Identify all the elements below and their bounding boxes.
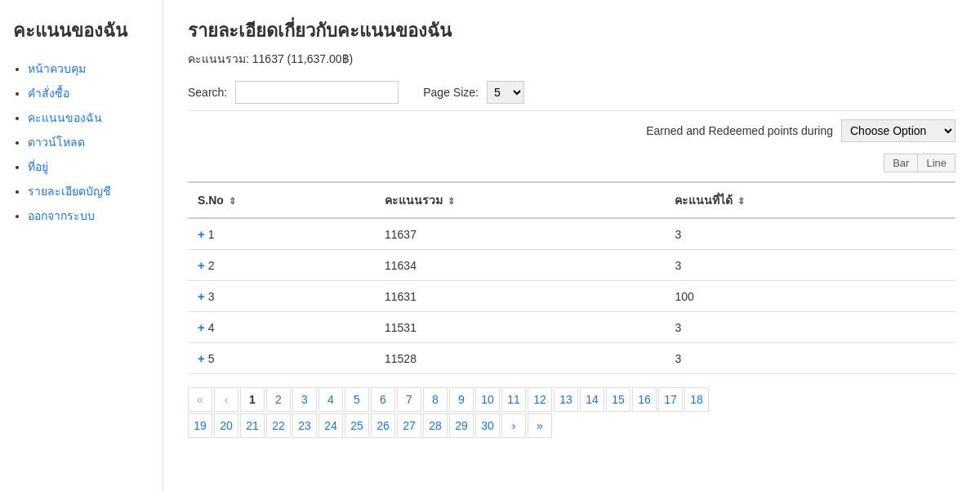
chart-area: Bar Line — [188, 149, 956, 181]
sidebar-item-home[interactable]: หน้าควบคุม — [28, 62, 86, 75]
page-btn-16[interactable]: 16 — [632, 387, 657, 412]
filter-label: Earned and Redeemed points during — [646, 124, 833, 137]
table-row: +4115313 — [188, 312, 956, 343]
cell-points-earned: 3 — [665, 250, 956, 281]
page-btn-24[interactable]: 24 — [318, 413, 343, 438]
search-input[interactable] — [235, 81, 399, 104]
page-btn-: « — [188, 387, 212, 412]
page-btn-: ‹ — [214, 387, 238, 412]
page-btn-9[interactable]: 9 — [449, 387, 474, 412]
cell-sno: +4 — [188, 312, 375, 343]
page-title: รายละเอียดเกี่ยวกับคะแนนของฉัน — [188, 16, 956, 45]
sidebar-item-points[interactable]: คะแนนของฉัน — [28, 111, 102, 124]
sort-icon: ⇕ — [448, 196, 455, 206]
page-btn-14[interactable]: 14 — [580, 387, 604, 412]
table-row: +1116373 — [188, 218, 956, 250]
page-btn-11[interactable]: 11 — [501, 387, 526, 412]
page-btn-7[interactable]: 7 — [397, 387, 421, 412]
page-btn-1[interactable]: 1 — [240, 387, 265, 412]
page-btn-17[interactable]: 17 — [658, 387, 683, 412]
page-btn-21[interactable]: 21 — [240, 413, 265, 438]
page-btn-[interactable]: › — [501, 413, 526, 438]
page-btn-20[interactable]: 20 — [214, 413, 238, 438]
row-num: 2 — [208, 259, 215, 272]
sidebar-title: คะแนนของฉัน — [13, 16, 149, 45]
sidebar-item-orders[interactable]: คำสั่งซื้อ — [28, 87, 69, 100]
expand-icon[interactable]: + — [198, 320, 205, 334]
cell-sno: +3 — [188, 281, 375, 312]
row-num: 4 — [208, 321, 215, 334]
page-btn-30[interactable]: 30 — [475, 413, 500, 438]
page-btn-[interactable]: » — [528, 413, 552, 438]
chart-line-button[interactable]: Line — [917, 154, 956, 172]
page-btn-22[interactable]: 22 — [266, 413, 291, 438]
page-btn-6[interactable]: 6 — [371, 387, 395, 412]
row-num: 3 — [208, 290, 215, 303]
cell-sno: +2 — [188, 250, 375, 281]
expand-icon[interactable]: + — [198, 351, 205, 365]
col-points_earned[interactable]: คะแนนที่ได้ ⇕ — [665, 182, 956, 218]
sidebar-item-account[interactable]: รายละเอียดบัญชี — [28, 185, 111, 198]
page-btn-23[interactable]: 23 — [292, 413, 317, 438]
page-btn-2[interactable]: 2 — [266, 387, 291, 412]
page-size-label: Page Size: — [423, 86, 479, 99]
sidebar-item-address[interactable]: ที่อยู่ — [28, 160, 48, 173]
table-row: +5115283 — [188, 343, 956, 374]
page-btn-13[interactable]: 13 — [554, 387, 578, 412]
cell-sno: +1 — [188, 218, 375, 250]
main-content: รายละเอียดเกี่ยวกับคะแนนของฉัน คะแนนรวม:… — [163, 0, 980, 491]
page-btn-15[interactable]: 15 — [606, 387, 630, 412]
filter-row: Earned and Redeemed points during Choose… — [188, 110, 956, 145]
sort-icon: ⇕ — [737, 196, 745, 206]
chart-bar-button[interactable]: Bar — [884, 154, 917, 172]
page-btn-25[interactable]: 25 — [345, 413, 369, 438]
points-summary-label: คะแนนรวม: — [188, 52, 249, 65]
controls-row: Search: Page Size: 5102550 — [188, 81, 956, 104]
page-btn-3[interactable]: 3 — [292, 387, 317, 412]
points-summary: คะแนนรวม: 11637 (11,637.00฿) — [188, 50, 956, 68]
page-btn-10[interactable]: 10 — [475, 387, 500, 412]
chart-btn-group: Bar Line — [884, 154, 956, 172]
cell-points-earned: 3 — [665, 218, 956, 250]
page-btn-19[interactable]: 19 — [188, 413, 212, 438]
sidebar-nav: หน้าควบคุมคำสั่งซื้อคะแนนของฉันดาวน์โหลด… — [13, 60, 149, 225]
filter-select[interactable]: Choose OptionThis WeekThis MonthThis Yea… — [841, 119, 956, 142]
cell-sno: +5 — [188, 343, 375, 374]
sidebar: คะแนนของฉัน หน้าควบคุมคำสั่งซื้อคะแนนของ… — [0, 0, 163, 491]
table-row: +2116343 — [188, 250, 956, 281]
pagination: «‹12345678910111213141516171819202122232… — [188, 387, 956, 438]
cell-points-earned: 3 — [665, 343, 956, 374]
cell-total-points: 11637 — [375, 218, 666, 250]
expand-icon[interactable]: + — [198, 289, 205, 303]
expand-icon[interactable]: + — [198, 227, 205, 241]
cell-total-points: 11528 — [375, 343, 666, 374]
page-btn-8[interactable]: 8 — [423, 387, 448, 412]
page-btn-4[interactable]: 4 — [318, 387, 343, 412]
page-btn-5[interactable]: 5 — [345, 387, 369, 412]
row-num: 1 — [208, 228, 215, 241]
page-btn-12[interactable]: 12 — [528, 387, 552, 412]
sort-icon: ⇕ — [229, 196, 236, 206]
sidebar-item-logout[interactable]: ออกจากระบบ — [28, 209, 95, 222]
col-sno[interactable]: S.No ⇕ — [188, 182, 375, 218]
page-btn-28[interactable]: 28 — [423, 413, 448, 438]
page-btn-29[interactable]: 29 — [449, 413, 474, 438]
row-num: 5 — [208, 352, 215, 365]
cell-total-points: 11531 — [375, 312, 666, 343]
cell-points-earned: 100 — [665, 281, 956, 312]
col-total_points[interactable]: คะแนนรวม ⇕ — [375, 182, 666, 218]
expand-icon[interactable]: + — [198, 258, 205, 272]
table-row: +311631100 — [188, 281, 956, 312]
page-btn-26[interactable]: 26 — [371, 413, 395, 438]
search-label: Search: — [188, 86, 227, 99]
page-btn-27[interactable]: 27 — [397, 413, 421, 438]
sidebar-item-download[interactable]: ดาวน์โหลด — [28, 136, 85, 149]
data-table: S.No ⇕คะแนนรวม ⇕คะแนนที่ได้ ⇕ +1116373+2… — [188, 181, 956, 374]
points-currency: (11,637.00฿) — [287, 52, 354, 65]
page-size-select[interactable]: 5102550 — [487, 81, 524, 104]
page-btn-18[interactable]: 18 — [684, 387, 709, 412]
points-value: 11637 — [252, 52, 284, 65]
cell-total-points: 11634 — [375, 250, 666, 281]
cell-total-points: 11631 — [375, 281, 666, 312]
cell-points-earned: 3 — [665, 312, 956, 343]
